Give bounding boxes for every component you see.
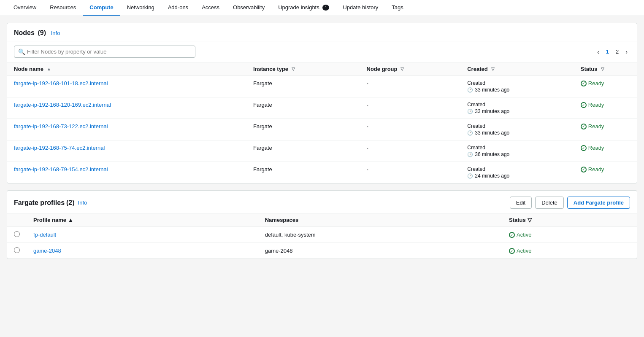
tab-overview[interactable]: Overview	[7, 0, 43, 16]
row-radio[interactable]	[14, 247, 20, 253]
status-badge: ✓ Ready	[581, 80, 630, 86]
check-circle-icon: ✓	[509, 248, 515, 254]
col-fargate-status[interactable]: Status ▽	[502, 213, 637, 227]
col-select	[7, 213, 27, 227]
status-badge: ✓ Ready	[581, 145, 630, 151]
col-namespaces[interactable]: Namespaces	[258, 213, 502, 227]
table-row: fargate-ip-192-168-79-154.ec2.internal F…	[7, 162, 637, 183]
created-cell: Created 🕑 36 minutes ago	[460, 140, 574, 162]
node-group-sort-icon: ▽	[400, 67, 404, 71]
col-node-name[interactable]: Node name ▲	[7, 62, 246, 76]
tab-access[interactable]: Access	[195, 0, 226, 16]
fargate-title-area: Fargate profiles (2) Info	[14, 199, 87, 207]
add-fargate-profile-button[interactable]: Add Fargate profile	[567, 197, 630, 209]
pagination-page1[interactable]: 1	[603, 48, 612, 56]
status-cell: ✓ Ready	[574, 97, 637, 119]
check-circle-icon: ✓	[509, 232, 515, 238]
pagination-page2[interactable]: 2	[613, 48, 621, 56]
tab-update-history[interactable]: Update history	[336, 0, 385, 16]
table-row: fargate-ip-192-168-75-74.ec2.internal Fa…	[7, 140, 637, 162]
created-sort-icon: ▽	[491, 67, 495, 71]
col-instance-type[interactable]: Instance type ▽	[246, 62, 360, 76]
fargate-status-sort-icon: ▽	[528, 217, 532, 223]
tab-observability[interactable]: Observability	[226, 0, 271, 16]
node-name-link[interactable]: fargate-ip-192-168-73-122.ec2.internal	[14, 123, 108, 129]
nodes-table-header-row: Node name ▲ Instance type ▽ Node group	[7, 62, 637, 76]
node-name-link[interactable]: fargate-ip-192-168-120-169.ec2.internal	[14, 102, 111, 108]
profile-name-sort-icon: ▲	[68, 217, 73, 223]
edit-button[interactable]: Edit	[510, 197, 532, 209]
fargate-title: Fargate profiles	[14, 199, 65, 207]
namespaces-cell: game-2048	[258, 243, 502, 259]
created-time: 🕑 36 minutes ago	[467, 151, 567, 157]
nodes-filter-input[interactable]	[14, 46, 195, 58]
created-label: Created	[467, 166, 567, 172]
instance-type-cell: Fargate	[246, 162, 360, 183]
col-node-group[interactable]: Node group ▽	[360, 62, 461, 76]
node-name-cell: fargate-ip-192-168-101-18.ec2.internal	[7, 76, 246, 97]
delete-button[interactable]: Delete	[535, 197, 564, 209]
profile-name-cell: fp-default	[27, 227, 258, 243]
tab-networking[interactable]: Networking	[120, 0, 161, 16]
clock-icon: 🕑	[467, 87, 473, 93]
profile-name-link[interactable]: game-2048	[33, 248, 61, 254]
node-group-cell: -	[360, 76, 461, 97]
created-label: Created	[467, 80, 567, 86]
clock-icon: 🕑	[467, 152, 473, 157]
fargate-status-cell: ✓ Active	[502, 243, 637, 259]
tab-addons[interactable]: Add-ons	[161, 0, 195, 16]
list-item: fp-default default, kube-system ✓ Active	[7, 227, 637, 243]
list-item: game-2048 game-2048 ✓ Active	[7, 243, 637, 259]
created-time: 🕑 33 minutes ago	[467, 130, 567, 136]
check-circle-icon: ✓	[581, 102, 587, 108]
tab-tags[interactable]: Tags	[385, 0, 410, 16]
tab-compute[interactable]: Compute	[83, 0, 120, 16]
row-select-cell	[7, 227, 27, 243]
col-profile-name[interactable]: Profile name ▲	[27, 213, 258, 227]
node-group-cell: -	[360, 97, 461, 119]
instance-type-cell: Fargate	[246, 140, 360, 162]
clock-icon: 🕑	[467, 109, 473, 114]
status-badge: ✓ Ready	[581, 123, 630, 129]
col-status[interactable]: Status ▽	[574, 62, 637, 76]
node-name-link[interactable]: fargate-ip-192-168-79-154.ec2.internal	[14, 166, 108, 173]
fargate-status-cell: ✓ Active	[502, 227, 637, 243]
status-sort-icon: ▽	[601, 67, 604, 71]
col-created[interactable]: Created ▽	[460, 62, 574, 76]
check-circle-icon: ✓	[581, 81, 587, 86]
created-label: Created	[467, 145, 567, 151]
nodes-section-header: Nodes (9) Info	[7, 23, 637, 41]
node-name-cell: fargate-ip-192-168-79-154.ec2.internal	[7, 162, 246, 183]
nodes-filter-wrap: 🔍	[14, 46, 195, 58]
node-name-link[interactable]: fargate-ip-192-168-75-74.ec2.internal	[14, 145, 105, 151]
created-time: 🕑 24 minutes ago	[467, 173, 567, 179]
fargate-table-header-row: Profile name ▲ Namespaces Status ▽	[7, 213, 637, 227]
created-cell: Created 🕑 24 minutes ago	[460, 162, 574, 183]
pagination-prev[interactable]: ‹	[595, 48, 602, 56]
fargate-count: (2)	[66, 199, 75, 207]
row-radio[interactable]	[14, 231, 20, 237]
nodes-info-link[interactable]: Info	[51, 30, 60, 36]
row-select-cell	[7, 243, 27, 259]
fargate-section: Fargate profiles (2) Info Edit Delete Ad…	[7, 190, 637, 259]
top-navigation: Overview Resources Compute Networking Ad…	[0, 0, 644, 16]
pagination-next[interactable]: ›	[623, 48, 630, 56]
tab-resources[interactable]: Resources	[43, 0, 83, 16]
created-cell: Created 🕑 33 minutes ago	[460, 76, 574, 97]
table-row: fargate-ip-192-168-73-122.ec2.internal F…	[7, 119, 637, 140]
status-cell: ✓ Ready	[574, 119, 637, 140]
tab-upgrade[interactable]: Upgrade insights 1	[271, 0, 336, 16]
fargate-info-link[interactable]: Info	[78, 200, 87, 206]
created-time: 🕑 33 minutes ago	[467, 108, 567, 114]
check-circle-icon: ✓	[581, 145, 587, 151]
main-content: Nodes (9) Info 🔍 ‹ 1 2 › Node name	[0, 16, 644, 272]
profile-name-link[interactable]: fp-default	[33, 232, 56, 238]
namespaces-cell: default, kube-system	[258, 227, 502, 243]
status-cell: ✓ Ready	[574, 162, 637, 183]
upgrade-badge: 1	[322, 5, 329, 11]
node-name-sort-icon: ▲	[47, 67, 51, 71]
nodes-count: (9)	[38, 29, 46, 36]
node-name-link[interactable]: fargate-ip-192-168-101-18.ec2.internal	[14, 80, 108, 86]
search-icon: 🔍	[18, 49, 25, 55]
table-row: fargate-ip-192-168-120-169.ec2.internal …	[7, 97, 637, 119]
